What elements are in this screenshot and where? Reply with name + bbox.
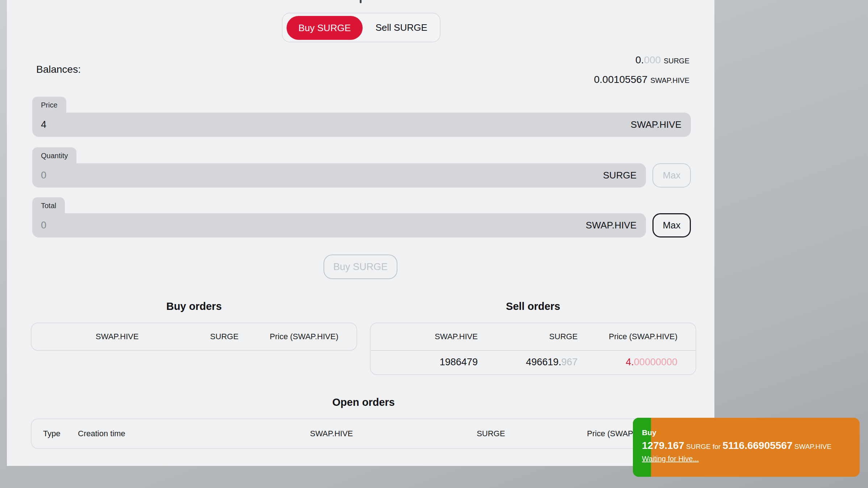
surge-balance: 0.000 SURGE <box>635 54 689 66</box>
sell-order-price: 4.00000000 <box>577 357 677 368</box>
transaction-toast: Buy 1279.167 SURGE for 5116.66905567 SWA… <box>633 418 860 477</box>
column-header-swap-hive: SWAP.HIVE <box>378 332 478 341</box>
buy-orders-title: Buy orders <box>31 300 357 312</box>
sell-orders-title: Sell orders <box>370 300 696 312</box>
quantity-field: SURGE <box>32 163 646 188</box>
buy-submit-button[interactable]: Buy SURGE <box>324 254 397 279</box>
sell-order-row[interactable]: 1986479 496619.967 4.00000000 <box>371 351 696 374</box>
swap-hive-balance-unit: SWAP.HIVE <box>650 76 689 84</box>
quantity-max-button[interactable]: Max <box>652 163 691 188</box>
swap-hive-balance: 0.00105567 SWAP.HIVE <box>594 74 689 85</box>
surge-balance-decimals: 000 <box>644 54 661 66</box>
toast-total: 5116.66905567 <box>722 440 792 451</box>
buy-sell-toggle: Buy SURGE Sell SURGE <box>282 13 441 42</box>
surge-balance-int: 0. <box>635 54 644 66</box>
quantity-unit-label: SURGE <box>603 163 637 188</box>
sell-order-surge-decimals: 967 <box>561 357 577 367</box>
quantity-input[interactable] <box>41 163 409 188</box>
price-unit-label: SWAP.HIVE <box>631 113 681 137</box>
toast-amount-unit: SURGE <box>686 443 711 450</box>
toast-type-label: Buy <box>642 428 860 437</box>
toast-amount: 1279.167 <box>642 440 684 451</box>
buy-orders-table: SWAP.HIVE SURGE Price (SWAP.HIVE) <box>31 323 357 351</box>
total-field-label: Total <box>32 197 65 213</box>
open-orders-header-row: Type Creation time SWAP.HIVE SURGE Price… <box>32 419 696 448</box>
column-header-surge: SURGE <box>433 429 549 438</box>
open-orders-table: Type Creation time SWAP.HIVE SURGE Price… <box>31 418 696 449</box>
price-field: SWAP.HIVE <box>32 113 691 137</box>
surge-balance-unit: SURGE <box>664 57 689 65</box>
sell-surge-tab[interactable]: Sell SURGE <box>363 13 440 42</box>
partial-text-artifact <box>360 0 362 3</box>
column-header-price: Price (SWAP.HIVE) <box>577 332 677 341</box>
column-header-swap-hive: SWAP.HIVE <box>39 332 139 341</box>
column-header-surge: SURGE <box>478 332 578 341</box>
column-header-price: Price (SWAP.HIVE) <box>238 332 338 341</box>
buy-orders-header-row: SWAP.HIVE SURGE Price (SWAP.HIVE) <box>32 323 356 350</box>
price-input[interactable] <box>41 113 436 137</box>
balances-label: Balances: <box>36 64 81 75</box>
total-input[interactable] <box>41 213 409 237</box>
toast-waiting-link[interactable]: Waiting for Hive... <box>642 455 699 463</box>
total-max-button[interactable]: Max <box>652 213 691 237</box>
sell-orders-table: SWAP.HIVE SURGE Price (SWAP.HIVE) 198647… <box>370 323 696 375</box>
column-header-creation-time: Creation time <box>78 429 230 438</box>
sell-order-surge: 496619.967 <box>478 357 578 368</box>
column-header-type: Type <box>43 429 78 438</box>
toast-content: Buy 1279.167 SURGE for 5116.66905567 SWA… <box>633 418 860 463</box>
column-header-swap-hive: SWAP.HIVE <box>230 429 433 438</box>
sell-order-price-decimals: 00000000 <box>634 357 677 367</box>
quantity-field-label: Quantity <box>32 147 76 163</box>
toast-connector: for <box>713 443 721 450</box>
buy-surge-tab[interactable]: Buy SURGE <box>287 16 363 40</box>
total-unit-label: SWAP.HIVE <box>586 213 637 237</box>
sell-orders-header-row: SWAP.HIVE SURGE Price (SWAP.HIVE) <box>371 323 696 350</box>
open-orders-title: Open orders <box>31 396 696 408</box>
swap-hive-balance-value: 0.00105567 <box>594 74 647 85</box>
price-field-label: Price <box>32 97 66 113</box>
toast-summary: 1279.167 SURGE for 5116.66905567 SWAP.HI… <box>642 440 860 451</box>
total-field: SWAP.HIVE <box>32 213 646 237</box>
sell-order-swap-hive: 1986479 <box>378 357 478 368</box>
trade-panel: Buy SURGE Sell SURGE Balances: 0.000 SUR… <box>7 0 714 466</box>
toast-total-unit: SWAP.HIVE <box>794 443 831 450</box>
column-header-surge: SURGE <box>139 332 239 341</box>
